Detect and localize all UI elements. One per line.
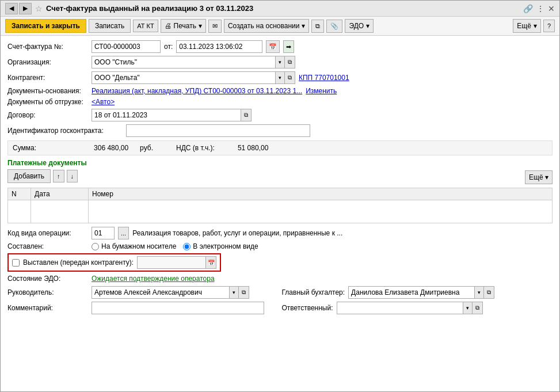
org-ext-button[interactable]: ⧉	[285, 56, 295, 68]
radio-electronic-item: В электронном виде	[183, 242, 258, 250]
responsible-label: Ответственный:	[282, 304, 333, 312]
comment-input[interactable]	[92, 302, 264, 314]
issued-row: Выставлен (передан контрагенту): 📅	[7, 253, 221, 272]
responsible-input[interactable]	[337, 302, 463, 314]
payment-table-empty-row	[8, 200, 553, 223]
create-label: Создать на основании	[228, 22, 300, 30]
op-code-input[interactable]	[92, 227, 115, 239]
issued-date-input[interactable]	[137, 256, 206, 269]
payment-toolbar: Добавить ↑ ↓	[7, 169, 78, 183]
radio-paper[interactable]	[92, 243, 99, 250]
save-close-button[interactable]: Записать и закрыть	[5, 19, 86, 33]
add-payment-button[interactable]: Добавить	[7, 169, 51, 183]
op-code-dots-button[interactable]: ...	[118, 227, 129, 239]
responsible-arrow[interactable]: ▾	[463, 302, 473, 314]
head-arrow[interactable]: ▾	[230, 286, 239, 299]
title-action-icons: 🔗 ⋮ ✕	[523, 4, 555, 13]
issued-checkbox[interactable]	[12, 259, 20, 267]
title-bar: ◀ ▶ ☆ Счет-фактура выданный на реализаци…	[1, 1, 559, 17]
copy-button[interactable]: ⧉	[311, 20, 324, 33]
docs-shipping-link[interactable]: <Авто>	[92, 98, 115, 106]
head-accountant-row: Руководитель: ▾ ⧉ Главный бухгалтер: ▾ ⧉	[7, 286, 553, 299]
issued-label: Выставлен (передан контрагенту):	[23, 258, 134, 267]
save-button[interactable]: Записать	[89, 19, 131, 33]
contractor-input[interactable]	[92, 71, 276, 84]
from-label: от:	[164, 43, 173, 51]
move-up-button[interactable]: ↑	[53, 170, 64, 182]
forward-button[interactable]: ▶	[19, 3, 32, 14]
edo-status-link[interactable]: Ожидается подтверждение оператора	[92, 275, 215, 283]
favorite-icon[interactable]: ☆	[35, 4, 43, 13]
head-combo: ▾ ⧉	[92, 286, 249, 299]
invoice-number-input[interactable]	[92, 40, 161, 53]
docs-basis-change-link[interactable]: Изменить	[306, 87, 337, 95]
accountant-arrow[interactable]: ▾	[475, 286, 484, 299]
responsible-combo: ▾ ⧉	[337, 302, 483, 314]
payment-docs-header[interactable]: Платежные документы	[7, 159, 553, 167]
kpp-link[interactable]: КПП 770701001	[299, 74, 349, 82]
sum-row: Сумма: 306 480,00 руб. НДС (в т.ч.): 51 …	[7, 140, 553, 155]
edo-row: Состояние ЭДО: Ожидается подтверждение о…	[7, 275, 553, 283]
payment-table-wrapper: N Дата Номер	[7, 188, 553, 223]
create-basis-button[interactable]: Создать на основании ▾	[224, 19, 310, 33]
org-arrow[interactable]: ▾	[276, 56, 285, 68]
main-window: ◀ ▶ ☆ Счет-фактура выданный на реализаци…	[0, 0, 560, 392]
edo-button[interactable]: ЭДО ▾	[345, 19, 374, 33]
toolbar: Записать и закрыть Записать АТ КТ 🖨 Печа…	[1, 17, 559, 36]
issued-calendar-icon[interactable]: 📅	[206, 256, 216, 269]
invoice-date-input[interactable]	[176, 40, 262, 53]
docs-shipping-row: Документы об отгрузке: <Авто>	[7, 98, 553, 106]
calendar-button[interactable]: 📅	[266, 40, 280, 53]
head-input[interactable]	[92, 286, 230, 299]
email-button[interactable]: ✉	[208, 20, 222, 33]
create-arrow: ▾	[302, 22, 305, 30]
link-icon[interactable]: 🔗	[523, 4, 533, 13]
print-label: Печать	[174, 22, 196, 30]
sum-value: 306 480,00	[94, 144, 128, 152]
accountant-input[interactable]	[348, 286, 475, 299]
head-ext-button[interactable]: ⧉	[239, 286, 249, 299]
more-button[interactable]: Ещё ▾	[513, 19, 541, 33]
accountant-col: Главный бухгалтер: ▾ ⧉	[282, 286, 553, 299]
org-label: Организация:	[7, 58, 88, 66]
print-button[interactable]: 🖨 Печать ▾	[161, 19, 206, 33]
col-n-header: N	[8, 188, 31, 200]
at-kt-button[interactable]: АТ КТ	[133, 20, 158, 32]
gov-contract-input[interactable]	[126, 124, 310, 137]
paperclip-button[interactable]: 📎	[326, 20, 342, 33]
accountant-ext-button[interactable]: ⧉	[484, 286, 494, 299]
radio-paper-label: На бумажном носителе	[101, 242, 176, 250]
org-combo: ▾ ⧉	[92, 56, 295, 68]
contractor-combo: ▾ ⧉	[92, 71, 295, 84]
print-arrow: ▾	[199, 22, 202, 30]
help-button[interactable]: ?	[543, 20, 555, 32]
comment-label: Комментарий:	[7, 304, 88, 312]
responsible-ext-button[interactable]: ⧉	[473, 302, 483, 314]
issued-date-wrapper: 📅	[137, 256, 216, 269]
contract-input[interactable]	[92, 109, 241, 121]
payment-table: N Дата Номер	[7, 188, 553, 223]
org-input[interactable]	[92, 56, 276, 68]
contract-ext-button[interactable]: ⧉	[241, 109, 252, 121]
more-options-icon[interactable]: ⋮	[536, 4, 544, 13]
responsible-col: Ответственный: ▾ ⧉	[282, 302, 553, 314]
contractor-ext-button[interactable]: ⧉	[285, 71, 295, 84]
docs-basis-row: Документы-основания: Реализация (акт, на…	[7, 87, 553, 95]
move-down-button[interactable]: ↓	[67, 170, 78, 182]
close-icon[interactable]: ✕	[548, 4, 555, 13]
back-button[interactable]: ◀	[5, 3, 18, 14]
form-area: Счет-фактура №: от: 📅 ➡ Организация: ▾ ⧉…	[1, 36, 559, 391]
radio-electronic[interactable]	[183, 243, 191, 250]
table-more-button[interactable]: Ещё ▾	[525, 170, 553, 184]
docs-basis-link[interactable]: Реализация (акт, накладная, УПД) СТ00-00…	[92, 87, 302, 95]
contract-label: Договор:	[7, 111, 88, 119]
op-code-desc: Реализация товаров, работ, услуг и опера…	[132, 229, 342, 237]
op-code-label: Код вида операции:	[7, 229, 88, 237]
forward-nav-button[interactable]: ➡	[283, 40, 294, 53]
contractor-arrow[interactable]: ▾	[276, 71, 285, 84]
col-number-header: Номер	[89, 188, 553, 200]
chief-accountant-label: Главный бухгалтер:	[282, 288, 345, 296]
docs-shipping-label: Документы об отгрузке:	[7, 98, 88, 106]
nav-buttons: ◀ ▶	[5, 3, 32, 14]
more-arrow: ▾	[534, 22, 537, 30]
